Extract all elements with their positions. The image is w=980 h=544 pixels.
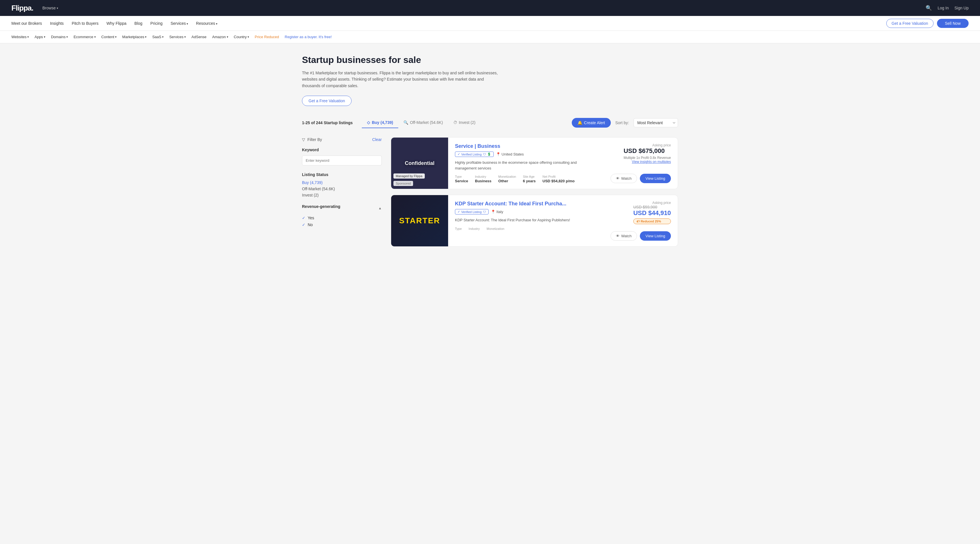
listings-container: Confidential Managed by Flippa Sponsored… [391,137,678,252]
sort-select[interactable]: Most Relevant Newest First Price: Low to… [633,118,678,127]
checkbox-yes-icon[interactable]: ✓ [302,216,305,220]
price-value-1: USD $675,000 [624,147,671,155]
view-insights-link-1[interactable]: View insights on multiples [624,160,671,164]
buy-icon: ◇ [367,120,370,125]
view-listing-button-2[interactable]: View Listing [640,231,671,241]
meta-monetization-2: Monetization [487,227,504,231]
page-description: The #1 Marketplace for startup businesse… [302,70,501,89]
tab-invest[interactable]: ⏱ Invest (2) [448,117,480,128]
listing-title-1[interactable]: Service | Business [455,143,597,149]
verified-badge-2: ✓ Verified Listing 🛡 [455,209,488,215]
price-section-2: Asking price USD $59,900 USD $44,910 🏷 R… [633,201,671,224]
cat-content[interactable]: Content [102,35,117,39]
cat-marketplaces[interactable]: Marketplaces [122,35,146,39]
meta-industry-2: Industry [469,227,480,231]
tabs-controls: 🔔 Create Alert Sort by: Most Relevant Ne… [572,118,678,127]
revenue-chevron-icon[interactable]: ▲ [378,206,382,210]
listing-status-filter: Listing Status Buy (4,739) Off-Market (5… [302,172,382,197]
verified-badge-1: ✓ Verified Listing 🛡 💲 [455,151,494,157]
meta-age-1: Site Age 6 years [523,175,536,183]
checkbox-no-icon[interactable]: ✓ [302,223,305,227]
listing-description-1: Highly profitable business in the ecomme… [455,160,597,171]
revenue-no-label: No [308,223,313,227]
sidebar: ▽ Filter By Clear Keyword Listing Status… [302,137,382,252]
nav-services[interactable]: Services [171,21,188,25]
create-alert-button[interactable]: 🔔 Create Alert [572,118,611,127]
get-valuation-nav-button[interactable]: Get a Free Valuation [886,19,934,28]
cat-apps[interactable]: Apps [35,35,45,39]
cat-saas[interactable]: SaaS [152,35,164,39]
listing-badges-2: ✓ Verified Listing 🛡 📍 Italy [455,209,597,215]
nav-blog[interactable]: Blog [134,21,142,25]
search-icon[interactable]: 🔍 [926,5,932,11]
listing-card-2: STARTER KDP Starter Account: The Ideal F… [391,195,678,247]
listing-image-1: Confidential Managed by Flippa Sponsored [391,138,448,189]
revenue-yes-row: ✓ Yes [302,216,382,220]
browse-button[interactable]: Browse ▾ [43,6,59,10]
sponsored-badge: Sponsored [393,181,413,186]
listing-body-2: KDP Starter Account: The Ideal First Pur… [448,195,604,247]
listing-description-2: KDP Starter Account: The Ideal First Pur… [455,217,597,223]
price-reduced-icon: 🏷 [636,220,640,223]
confidential-text: Confidential [405,161,434,166]
price-section-1: Asking price USD $675,000 Multiple 1x Pr… [624,143,671,164]
meta-monetization-1: Monetization Other [498,175,516,183]
signup-button[interactable]: Sign Up [955,6,969,10]
action-buttons-1: 👁 Watch View Listing [611,174,671,183]
get-valuation-hero-button[interactable]: Get a Free Valuation [302,96,352,106]
location-icon-2: 📍 [491,210,495,214]
verify-icon-2: 🛡 [483,153,486,156]
watch-button-2[interactable]: 👁 Watch [611,231,637,241]
browse-chevron-icon: ▾ [57,6,58,10]
nav-resources[interactable]: Resources [196,21,217,25]
cat-amazon[interactable]: Amazon [212,35,228,39]
starter-text: STARTER [399,216,440,225]
listing-tabs: ◇ Buy (4,739) 🔍 Off-Market (54.6K) ⏱ Inv… [362,117,480,128]
tab-buy[interactable]: ◇ Buy (4,739) [362,117,398,128]
listing-card: Confidential Managed by Flippa Sponsored… [391,137,678,189]
verify-icon-shield-2: 🛡 [483,210,486,214]
watch-button-1[interactable]: 👁 Watch [611,174,637,183]
listings-count: 1-25 of 244 Startup listings [302,121,353,125]
cat-domains[interactable]: Domains [51,35,68,39]
status-buy-link[interactable]: Buy (4,739) [302,180,382,185]
cat-price-reduced[interactable]: Price Reduced [255,35,279,39]
nav-insights[interactable]: Insights [50,21,64,25]
nav-pricing[interactable]: Pricing [150,21,163,25]
meta-profit-1: Net Profit USD $54,820 p/mo [542,175,574,183]
cat-websites[interactable]: Websites [11,35,29,39]
listing-body-1: Service | Business ✓ Verified Listing 🛡 … [448,138,604,189]
location-badge-2: 📍 Italy [491,210,503,214]
revenue-yes-label: Yes [308,216,314,220]
cat-ecommerce[interactable]: Ecommerce [73,35,95,39]
listing-title-2[interactable]: KDP Starter Account: The Ideal First Pur… [455,201,597,207]
view-listing-button-1[interactable]: View Listing [640,174,671,183]
status-invest: Invest (2) [302,193,382,197]
cat-register-buyer[interactable]: Register as a buyer. It's free! [285,35,332,39]
secondary-nav-actions: Get a Free Valuation Sell Now [886,19,969,28]
eye-icon: 👁 [616,176,620,181]
keyword-input[interactable] [302,156,382,165]
logo[interactable]: Flippa. [11,4,33,13]
sell-now-button[interactable]: Sell Now [937,19,969,28]
cat-adsense[interactable]: AdSense [191,35,207,39]
action-buttons-2: 👁 Watch View Listing [611,231,671,241]
page-title: Startup businesses for sale [302,55,678,65]
clear-filter-button[interactable]: Clear [372,137,382,142]
nav-pitch-buyers[interactable]: Pitch to Buyers [72,21,99,25]
login-button[interactable]: Log In [937,6,949,10]
sort-label: Sort by: [615,121,629,125]
keyword-label: Keyword [302,148,382,152]
off-market-icon: 🔍 [403,120,408,125]
listing-price-col-1: Asking price USD $675,000 Multiple 1x Pr… [604,138,678,189]
nav-why-flippa[interactable]: Why Flippa [107,21,126,25]
status-off-market: Off-Market (54.6K) [302,186,382,191]
nav-meet-brokers[interactable]: Meet our Brokers [11,21,42,25]
price-label-1: Asking price [624,143,671,147]
tab-off-market[interactable]: 🔍 Off-Market (54.6K) [398,117,448,128]
top-nav-right: 🔍 Log In Sign Up [926,5,969,11]
cat-country[interactable]: Country [234,35,249,39]
cat-services[interactable]: Services [169,35,186,39]
revenue-generating-filter: Revenue-generating ▲ ✓ Yes ✓ No [302,204,382,227]
revenue-label: Revenue-generating [302,204,340,209]
